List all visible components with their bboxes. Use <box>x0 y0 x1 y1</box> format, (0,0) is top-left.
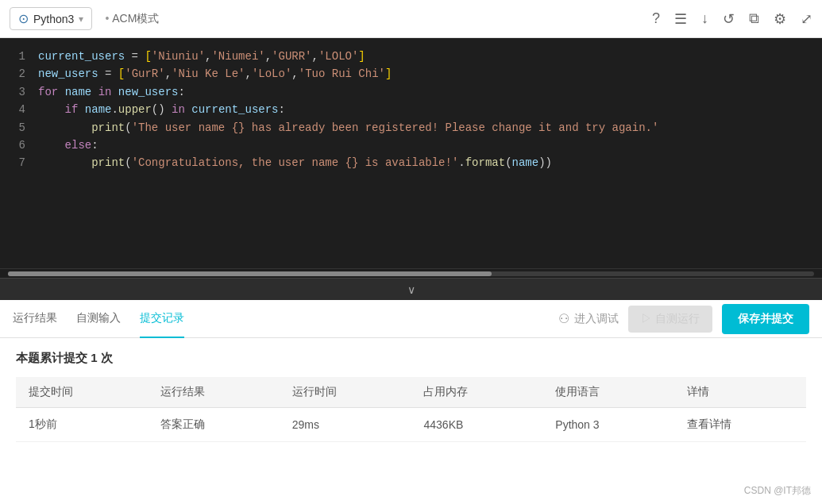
toolbar-right: ? ☰ ↓ ↺ ⧉ ⚙ ⤢ <box>652 10 812 28</box>
code-editor[interactable]: 1 current_users = ['Niuniu','Niumei','GU… <box>0 38 822 268</box>
help-icon[interactable]: ? <box>652 10 660 27</box>
debug-label: 进入调试 <box>574 312 619 326</box>
cell-time: 1秒前 <box>16 408 148 442</box>
horizontal-scrollbar[interactable] <box>0 268 822 278</box>
col-header-detail: 详情 <box>674 377 806 408</box>
tabs-bar: 运行结果 自测输入 提交记录 ⚇ 进入调试 ▷ 自测运行 保存并提交 <box>0 300 822 338</box>
results-area: 本题累计提交 1 次 提交时间 运行结果 运行时间 占用内存 使用语言 详情 1… <box>0 338 822 455</box>
code-line-4: 4 if name.upper() in current_users: <box>0 101 822 118</box>
refresh-icon[interactable]: ↺ <box>723 10 735 28</box>
table-body: 1秒前 答案正确 29ms 4436KB Python 3 查看详情 <box>16 408 806 442</box>
table-row: 1秒前 答案正确 29ms 4436KB Python 3 查看详情 <box>16 408 806 442</box>
toolbar: ⊙ Python3 ▾ ACM模式 ? ☰ ↓ ↺ ⧉ ⚙ ⤢ <box>0 0 822 38</box>
code-line-2: 2 new_users = ['GurR','Niu Ke Le','LoLo'… <box>0 65 822 83</box>
tab-self-test[interactable]: 自测输入 <box>76 300 121 338</box>
table-header: 提交时间 运行结果 运行时间 占用内存 使用语言 详情 <box>16 377 806 408</box>
split-icon[interactable]: ⧉ <box>749 10 759 27</box>
expand-button[interactable]: ∨ <box>0 278 822 300</box>
chevron-down-icon: ▾ <box>79 13 83 25</box>
footer-text: CSDN @IT邦德 <box>744 485 811 496</box>
fullscreen-icon[interactable]: ⤢ <box>801 10 812 28</box>
header-row: 提交时间 运行结果 运行时间 占用内存 使用语言 详情 <box>16 377 806 408</box>
cell-detail[interactable]: 查看详情 <box>674 408 806 442</box>
col-header-language: 使用语言 <box>542 377 674 408</box>
list-icon[interactable]: ☰ <box>674 10 687 28</box>
tab-submit-history[interactable]: 提交记录 <box>140 300 184 338</box>
code-line-6: 6 else: <box>0 137 822 154</box>
language-label: Python3 <box>33 13 74 25</box>
cell-memory: 4436KB <box>411 408 542 442</box>
code-line-1: 1 current_users = ['Niuniu','Niumei','GU… <box>0 48 822 65</box>
scrollbar-track <box>8 271 814 276</box>
submit-button[interactable]: 保存并提交 <box>722 304 809 334</box>
language-selector[interactable]: ⊙ Python3 ▾ <box>10 7 92 30</box>
code-line-5: 5 print('The user name {} has already be… <box>0 119 822 137</box>
submit-label: 保存并提交 <box>738 312 793 325</box>
self-test-label: ▷ 自测运行 <box>641 312 700 326</box>
tab-run-results[interactable]: 运行结果 <box>13 300 57 338</box>
results-table: 提交时间 运行结果 运行时间 占用内存 使用语言 详情 1秒前 答案正确 29m… <box>16 377 806 442</box>
debug-button[interactable]: ⚇ 进入调试 <box>558 311 619 326</box>
self-test-button[interactable]: ▷ 自测运行 <box>628 306 712 333</box>
acm-mode-label: ACM模式 <box>105 12 159 26</box>
cell-result: 答案正确 <box>148 408 280 442</box>
code-line-7: 7 print('Congratulations, the user name … <box>0 154 822 171</box>
python-icon: ⊙ <box>18 11 29 26</box>
submission-count: 本题累计提交 1 次 <box>16 351 806 366</box>
scrollbar-thumb[interactable] <box>8 271 492 276</box>
tabs-left: 运行结果 自测输入 提交记录 <box>13 300 184 338</box>
chevron-down-icon: ∨ <box>407 283 415 296</box>
toolbar-left: ⊙ Python3 ▾ ACM模式 <box>10 7 159 30</box>
tabs-right: ⚇ 进入调试 ▷ 自测运行 保存并提交 <box>558 304 809 334</box>
cell-language: Python 3 <box>542 408 674 442</box>
cell-runtime: 29ms <box>280 408 411 442</box>
col-header-runtime: 运行时间 <box>280 377 411 408</box>
download-icon[interactable]: ↓ <box>701 10 708 27</box>
page-footer: CSDN @IT邦德 <box>744 484 811 498</box>
col-header-time: 提交时间 <box>16 377 148 408</box>
col-header-result: 运行结果 <box>148 377 280 408</box>
col-header-memory: 占用内存 <box>411 377 542 408</box>
code-line-3: 3 for name in new_users: <box>0 83 822 101</box>
settings-icon[interactable]: ⚙ <box>774 10 786 28</box>
debug-icon: ⚇ <box>558 311 569 326</box>
